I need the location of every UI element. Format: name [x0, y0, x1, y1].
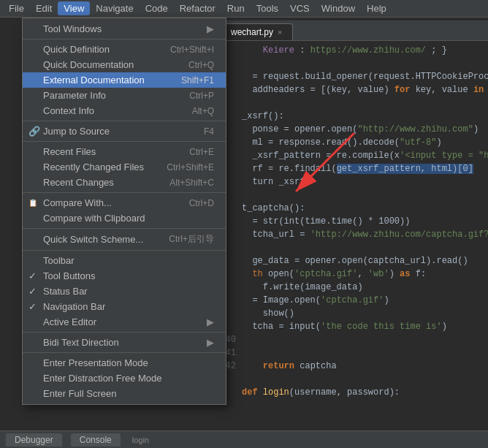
code-line: _xsrf_pattern = re.compile(x'<input type… — [216, 149, 488, 162]
shortcut-label: F4 — [204, 126, 214, 137]
menu-item-full-screen[interactable]: Enter Full Screen — [23, 386, 226, 401]
separator-4 — [23, 192, 226, 193]
menu-refactor[interactable]: Refactor — [174, 1, 221, 15]
menu-item-label: Navigation Bar — [43, 301, 105, 312]
menubar: File Edit View Navigate Code Refactor Ru… — [0, 0, 488, 18]
code-line: t_captcha(): — [216, 202, 488, 215]
menu-item-label: Enter Presentation Mode — [43, 357, 148, 368]
code-line: ponse = opener.open("http://www.zhihu.co… — [216, 123, 488, 136]
submenu-arrow-icon: ▶ — [207, 337, 214, 348]
shortcut-label: Ctrl+后引导 — [169, 233, 214, 246]
menu-item-label: Recently Changed Files — [43, 162, 144, 172]
menu-item-label: Enter Distraction Free Mode — [43, 373, 162, 384]
menu-code[interactable]: Code — [140, 1, 174, 15]
menu-item-context-info[interactable]: Context Info Alt+Q — [23, 103, 226, 118]
menu-item-label: Active Editor — [43, 316, 96, 327]
code-line: = request.build_opener(request.HTTPCooki… — [216, 70, 488, 83]
menu-item-compare-clipboard[interactable]: Compare with Clipboard — [23, 210, 226, 226]
separator-1 — [23, 39, 226, 39]
menu-run[interactable]: Run — [221, 1, 251, 15]
menu-item-compare-with[interactable]: 📋 Compare With... Ctrl+D — [23, 195, 226, 210]
code-line: ge_data = opener.open(captcha_url).read(… — [216, 254, 488, 267]
code-line — [216, 57, 488, 70]
menu-item-quick-documentation[interactable]: Quick Documentation Ctrl+Q — [23, 57, 226, 72]
menu-item-label: Enter Full Screen — [43, 388, 116, 399]
menu-view[interactable]: View — [58, 1, 90, 15]
menu-item-jump-to-source[interactable]: 🔗 Jump to Source F4 — [23, 124, 226, 139]
code-line: tcha = input('the code this time is') — [216, 320, 488, 333]
separator-7 — [23, 332, 226, 333]
menu-item-label: Toolbar — [43, 255, 75, 266]
code-line — [216, 189, 488, 202]
menu-item-label: Tool Windows — [43, 23, 102, 34]
menu-navigate[interactable]: Navigate — [90, 1, 139, 15]
shortcut-label: Alt+Shift+C — [169, 178, 214, 188]
shortcut-label: Ctrl+E — [189, 147, 214, 157]
menu-item-label: Status Bar — [43, 286, 88, 297]
code-line: show() — [216, 307, 488, 320]
menu-file[interactable]: File — [3, 1, 30, 15]
tab-wechart[interactable]: wechart.py × — [220, 23, 293, 40]
separator-6 — [23, 250, 226, 251]
menu-item-recent-files[interactable]: Recent Files Ctrl+E — [23, 144, 226, 159]
statusbar-tab-console[interactable]: Console — [71, 433, 121, 447]
jump-to-source-icon: 🔗 — [28, 126, 40, 137]
menu-help[interactable]: Help — [361, 1, 392, 15]
menu-item-distraction-free[interactable]: Enter Distraction Free Mode — [23, 371, 226, 386]
menu-item-label: Quick Definition — [43, 44, 110, 55]
menu-item-label: Quick Switch Scheme... — [43, 234, 143, 245]
menu-item-label: Jump to Source — [43, 126, 110, 137]
menu-item-label: Compare With... — [43, 197, 112, 208]
menu-item-navigation-bar[interactable]: ✓ Navigation Bar — [23, 299, 226, 314]
menu-vcs[interactable]: VCS — [284, 1, 316, 15]
check-icon: ✓ — [28, 301, 37, 312]
tab-close-icon[interactable]: × — [278, 28, 282, 37]
code-line: Keiere : https://www.zhihu.com/ ; } — [216, 44, 488, 57]
menu-window[interactable]: Window — [316, 1, 361, 15]
menu-item-recently-changed-files[interactable]: Recently Changed Files Ctrl+Shift+E — [23, 159, 226, 175]
code-line: = Image.open('cptcha.gif') — [216, 294, 488, 307]
menu-item-active-editor[interactable]: Active Editor ▶ — [23, 314, 226, 330]
menu-item-recent-changes[interactable]: Recent Changes Alt+Shift+C — [23, 175, 226, 190]
shortcut-label: Shift+F1 — [181, 75, 214, 86]
shortcut-label: Alt+Q — [192, 106, 214, 116]
separator-5 — [23, 228, 226, 229]
menu-edit[interactable]: Edit — [30, 1, 58, 15]
code-line: tcha_url = 'http://www.zhihu.com/captcha… — [216, 228, 488, 241]
menu-item-status-bar[interactable]: ✓ Status Bar — [23, 284, 226, 299]
code-line: addheaders = [(key, value) for key, valu… — [216, 83, 488, 96]
check-icon: ✓ — [28, 270, 37, 281]
code-line: def login(username, password): — [216, 386, 488, 399]
menu-item-toolbar[interactable]: Toolbar — [23, 253, 226, 268]
code-line — [216, 241, 488, 254]
editor-area: wechart.py × Keiere : https://www.zhihu.… — [216, 18, 488, 430]
menu-item-label: Compare with Clipboard — [43, 213, 145, 224]
submenu-arrow-icon: ▶ — [207, 23, 214, 34]
menu-item-tool-buttons[interactable]: ✓ Tool Buttons — [23, 268, 226, 284]
code-line: 40 — [216, 333, 488, 346]
menu-item-quick-switch[interactable]: Quick Switch Scheme... Ctrl+后引导 — [23, 231, 226, 248]
menu-tools[interactable]: Tools — [251, 1, 284, 15]
check-icon: ✓ — [28, 286, 37, 297]
code-editor[interactable]: Keiere : https://www.zhihu.com/ ; } = re… — [216, 41, 488, 402]
menu-item-label: Recent Files — [43, 146, 96, 157]
code-line — [216, 96, 488, 110]
menu-item-tool-windows[interactable]: Tool Windows ▶ — [23, 21, 226, 37]
code-line: = str(int(time.time() * 1000)) — [216, 215, 488, 228]
statusbar-tab-debugger[interactable]: Debugger — [6, 433, 62, 447]
shortcut-label: Ctrl+Shift+E — [167, 162, 214, 172]
menu-item-external-documentation[interactable]: External Documentation Shift+F1 — [23, 72, 226, 88]
shortcut-label: Ctrl+Shift+I — [170, 45, 214, 55]
code-line: f.write(image_data) — [216, 281, 488, 294]
compare-icon: 📋 — [28, 199, 37, 207]
view-dropdown-menu: Tool Windows ▶ Quick Definition Ctrl+Shi… — [22, 18, 226, 405]
menu-item-presentation-mode[interactable]: Enter Presentation Mode — [23, 355, 226, 371]
menu-item-bidi-text[interactable]: Bidi Text Direction ▶ — [23, 335, 226, 350]
tab-bar: wechart.py × — [216, 20, 488, 41]
statusbar: Debugger Console login — [0, 430, 488, 448]
separator-2 — [23, 121, 226, 121]
menu-item-parameter-info[interactable]: Parameter Info Ctrl+P — [23, 88, 226, 103]
menu-item-label: Tool Buttons — [43, 270, 96, 281]
menu-item-label: Bidi Text Direction — [43, 337, 119, 348]
menu-item-quick-definition[interactable]: Quick Definition Ctrl+Shift+I — [23, 42, 226, 57]
